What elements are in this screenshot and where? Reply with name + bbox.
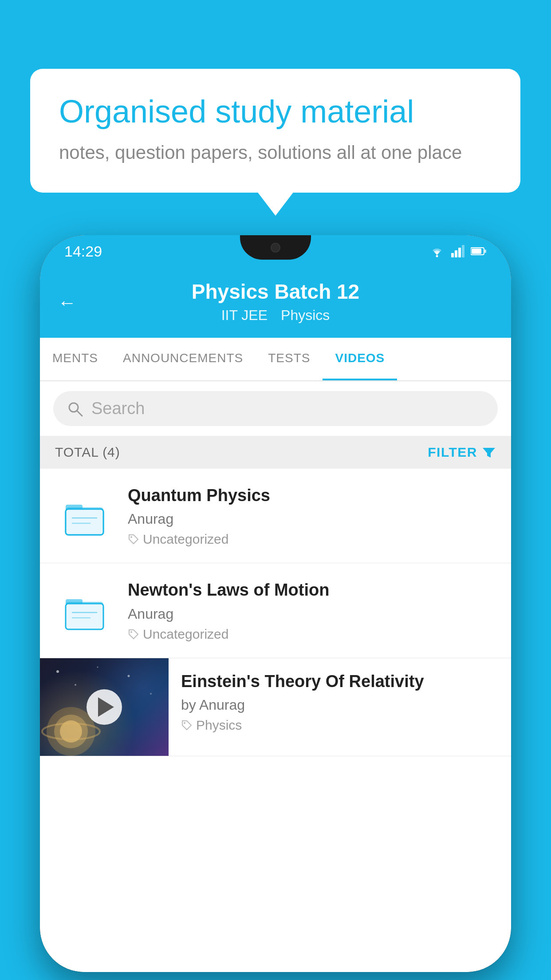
video-tag: Uncategorized: [128, 627, 498, 642]
svg-rect-7: [484, 249, 486, 253]
tag-label: Uncategorized: [143, 532, 228, 547]
app-header: ← Physics Batch 12 IIT JEE Physics: [40, 267, 511, 338]
svg-point-17: [130, 536, 132, 538]
svg-line-9: [77, 411, 82, 416]
subtitle-iitjee: IIT JEE: [221, 307, 268, 324]
tag-label: Uncategorized: [143, 627, 228, 642]
search-bar[interactable]: Search: [53, 391, 498, 426]
svg-marker-10: [483, 448, 495, 458]
svg-point-26: [128, 675, 130, 677]
video-info: Newton's Laws of Motion Anurag Uncategor…: [128, 579, 498, 641]
status-time: 14:29: [64, 243, 102, 260]
tab-videos[interactable]: VIDEOS: [323, 338, 397, 380]
filter-label: FILTER: [428, 445, 477, 460]
subtitle-physics: Physics: [281, 307, 330, 324]
tabs-bar: MENTS ANNOUNCEMENTS TESTS VIDEOS: [40, 338, 511, 381]
speech-bubble-heading: Organised study material: [59, 93, 492, 130]
header-subtitle: IIT JEE Physics: [221, 307, 330, 324]
phone-container: 14:29: [40, 235, 511, 972]
status-bar: 14:29: [40, 235, 511, 267]
video-title: Newton's Laws of Motion: [128, 579, 498, 601]
speech-bubble: Organised study material notes, question…: [30, 69, 520, 193]
phone-frame: 14:29: [40, 235, 511, 972]
list-item[interactable]: Newton's Laws of Motion Anurag Uncategor…: [40, 563, 511, 658]
svg-rect-20: [66, 604, 103, 629]
notch: [240, 235, 311, 260]
svg-point-0: [436, 255, 438, 257]
svg-point-24: [56, 670, 59, 673]
wifi-icon: [429, 245, 445, 257]
tag-label: Physics: [196, 718, 242, 733]
tag-icon: [181, 719, 193, 731]
tab-tests[interactable]: TESTS: [256, 338, 323, 380]
svg-point-27: [150, 693, 152, 695]
svg-rect-3: [458, 248, 461, 257]
list-item[interactable]: Einstein's Theory Of Relativity by Anura…: [40, 658, 511, 756]
signal-icon: [451, 245, 464, 257]
speech-bubble-subtext: notes, question papers, solutions all at…: [59, 140, 492, 166]
page-title: Physics Batch 12: [192, 280, 359, 304]
battery-icon: [471, 246, 487, 256]
folder-icon-container: [53, 485, 115, 547]
play-triangle: [98, 697, 114, 717]
svg-point-28: [97, 666, 98, 668]
phone-screen: 14:29: [40, 235, 511, 972]
speech-bubble-wrapper: Organised study material notes, question…: [30, 69, 520, 193]
svg-rect-4: [462, 245, 464, 257]
filter-button[interactable]: FILTER: [428, 445, 496, 460]
search-placeholder: Search: [91, 399, 145, 418]
list-item[interactable]: Quantum Physics Anurag Uncategorized: [40, 469, 511, 563]
video-info: Einstein's Theory Of Relativity by Anura…: [169, 658, 511, 745]
search-icon: [67, 400, 83, 417]
svg-rect-14: [66, 509, 103, 535]
video-thumbnail: [40, 658, 169, 756]
filter-icon: [482, 445, 496, 459]
back-button[interactable]: ←: [58, 292, 76, 313]
status-icons: [429, 245, 487, 257]
video-tag: Physics: [181, 718, 502, 733]
bottom-fill: [40, 959, 511, 972]
svg-point-23: [130, 631, 132, 633]
video-author: Anurag: [128, 606, 498, 622]
tab-ments[interactable]: MENTS: [40, 338, 110, 380]
svg-rect-2: [455, 250, 457, 257]
svg-point-25: [75, 684, 76, 686]
video-title: Einstein's Theory Of Relativity: [181, 671, 502, 692]
video-author: Anurag: [128, 511, 498, 527]
video-title: Quantum Physics: [128, 485, 498, 506]
folder-icon: [63, 589, 106, 632]
tag-icon: [128, 628, 139, 640]
total-count: TOTAL (4): [55, 445, 120, 460]
tab-announcements[interactable]: ANNOUNCEMENTS: [110, 338, 256, 380]
video-info: Quantum Physics Anurag Uncategorized: [128, 485, 498, 547]
video-author: by Anurag: [181, 697, 502, 713]
search-container: Search: [40, 381, 511, 436]
svg-rect-1: [451, 253, 454, 257]
video-list: Quantum Physics Anurag Uncategorized: [40, 469, 511, 959]
play-button[interactable]: [87, 689, 122, 725]
svg-rect-6: [472, 249, 481, 254]
folder-icon-container: [53, 580, 115, 642]
tag-icon: [128, 533, 139, 545]
video-tag: Uncategorized: [128, 532, 498, 547]
camera-dot: [271, 243, 280, 253]
folder-icon: [63, 495, 106, 537]
svg-point-33: [184, 722, 185, 724]
filter-bar: TOTAL (4) FILTER: [40, 436, 511, 469]
